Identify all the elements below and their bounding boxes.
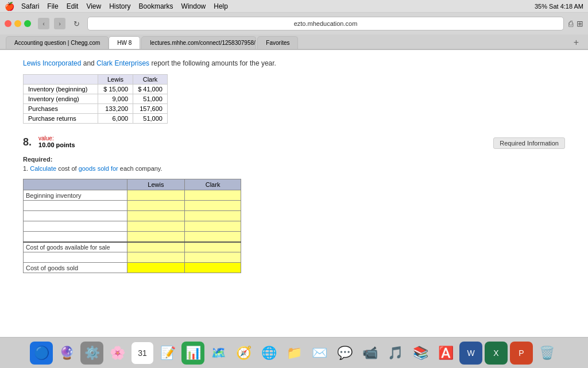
dock-appstore[interactable]: 🅰️ [434, 342, 457, 365]
required-information-button[interactable]: Required Information [493, 137, 565, 149]
required-section: Required: 1. Calculate cost of goods sol… [23, 156, 565, 172]
menu-bar: 🍎 Safari File Edit View History Bookmark… [0, 0, 588, 13]
dock: 🔵 🔮 ⚙️ 🌸 31 📝 📊 🗺️ 🧭 🌐 📁 ✉️ 💬 📹 🎵 📚 🅰️ W… [0, 337, 588, 368]
table-row-result: Cost of goods sold [24, 263, 241, 273]
lewis-input-3[interactable] [127, 211, 185, 221]
dock-calendar[interactable]: 31 [131, 342, 154, 365]
points-label: 10.00 points [38, 141, 75, 148]
table-row [24, 221, 241, 232]
value-label: value: [38, 135, 75, 141]
menu-view[interactable]: View [86, 2, 101, 10]
clark-input-2[interactable] [185, 201, 241, 211]
tab-hw8[interactable]: HW 8 [109, 36, 140, 49]
table-row [24, 232, 241, 242]
menu-bookmarks[interactable]: Bookmarks [139, 2, 173, 10]
dock-reminders[interactable]: 📝 [156, 342, 179, 365]
dock-system-prefs[interactable]: ⚙️ [80, 342, 103, 365]
lewis-input-6[interactable] [127, 252, 185, 263]
clark-input-5[interactable] [185, 232, 241, 242]
clark-cogs-available-input[interactable] [185, 242, 241, 252]
back-button[interactable]: ‹ [38, 18, 49, 29]
table-row [24, 252, 241, 263]
tab-favorites[interactable]: Favorites [257, 36, 298, 49]
row-label-blank1 [24, 201, 127, 211]
share-icon[interactable]: ⎙ [568, 19, 573, 28]
lewis-cogs-available-input[interactable] [127, 242, 185, 252]
clark-cogs-sold-input[interactable] [185, 263, 241, 273]
table-row: Purchase returns 6,000 51,000 [24, 114, 168, 124]
maximize-button[interactable] [24, 20, 31, 27]
lewis-header: Lewis [98, 75, 133, 85]
problem-number: 8. [23, 136, 32, 148]
dock-messages[interactable]: 💬 [333, 342, 356, 365]
work-col-empty [24, 179, 127, 190]
dock-finder2[interactable]: 📁 [283, 342, 305, 365]
table-row [24, 211, 241, 221]
url-text: ezto.mheducation.com [294, 20, 358, 27]
clark-input-3[interactable] [185, 211, 241, 221]
menu-file[interactable]: File [47, 2, 58, 10]
dock-siri[interactable]: 🔮 [55, 342, 78, 365]
row-label-blank2 [24, 211, 127, 221]
dock-excel[interactable]: X [485, 342, 508, 365]
table-row [24, 201, 241, 211]
clark-header: Clark [133, 75, 168, 85]
lewis-input-5[interactable] [127, 232, 185, 242]
work-table: Lewis Clark Beginning inventory [23, 179, 241, 273]
dock-ibooks[interactable]: 📚 [409, 342, 432, 365]
dock-numbers[interactable]: 📊 [181, 342, 204, 365]
dock-chrome[interactable]: 🌐 [257, 342, 280, 365]
lewis-cogs-sold-input[interactable] [127, 263, 185, 273]
dock-powerpoint[interactable]: P [510, 342, 533, 365]
address-bar[interactable]: ezto.mheducation.com [87, 17, 564, 30]
menu-help[interactable]: Help [214, 2, 228, 10]
given-data-table: Lewis Clark Inventory (beginning) $ 15,0… [23, 74, 168, 124]
menu-safari[interactable]: Safari [21, 2, 39, 10]
clark-beginning-inventory-input[interactable] [185, 190, 241, 201]
dock-photos[interactable]: 🌸 [106, 342, 129, 365]
menu-edit[interactable]: Edit [67, 2, 79, 10]
table-row: Beginning inventory [24, 190, 241, 201]
lewis-beginning-inventory-input[interactable] [127, 190, 185, 201]
forward-button[interactable]: › [54, 18, 65, 29]
dock-word[interactable]: W [459, 342, 482, 365]
apple-menu[interactable]: 🍎 [5, 2, 14, 11]
tab-lectures[interactable]: lectures.mhhe.com/connect/1258307958/gui… [141, 36, 256, 49]
clark-input-6[interactable] [185, 252, 241, 263]
work-clark-header: Clark [185, 179, 241, 190]
row-label-beginning-inventory: Beginning inventory [24, 190, 127, 201]
dock-maps[interactable]: 🗺️ [207, 342, 230, 365]
clark-input-4[interactable] [185, 221, 241, 232]
tabs-bar: Accounting question | Chegg.com HW 8 lec… [0, 34, 588, 49]
required-header: Required: [23, 156, 565, 163]
dock-trash[interactable]: 🗑️ [535, 342, 558, 365]
dock-mail[interactable]: ✉️ [308, 342, 331, 365]
tab-chegg[interactable]: Accounting question | Chegg.com [6, 36, 109, 49]
new-tab-button[interactable]: + [569, 36, 583, 49]
menu-history[interactable]: History [109, 2, 130, 10]
table-row: Inventory (ending) 9,000 51,000 [24, 94, 168, 104]
minimize-button[interactable] [14, 20, 21, 27]
close-button[interactable] [5, 20, 11, 27]
lewis-name: Lewis Incorporated [23, 59, 81, 67]
row-label-blank4 [24, 232, 127, 242]
lewis-input-2[interactable] [127, 201, 185, 211]
dock-safari[interactable]: 🧭 [232, 342, 255, 365]
reload-button[interactable]: ↻ [70, 17, 83, 30]
lewis-input-4[interactable] [127, 221, 185, 232]
clark-name: Clark Enterprises [96, 59, 149, 67]
menu-window[interactable]: Window [181, 2, 206, 10]
traffic-lights[interactable] [5, 20, 31, 27]
dock-finder[interactable]: 🔵 [30, 342, 53, 365]
table-row: Purchases 133,200 157,600 [24, 104, 168, 114]
browser-toolbar: ‹ › ↻ ezto.mheducation.com ⎙ ⊞ Accountin… [0, 13, 588, 50]
table-row: Inventory (beginning) $ 15,000 $ 41,000 [24, 85, 168, 94]
dock-itunes[interactable]: 🎵 [384, 342, 407, 365]
dock-facetime[interactable]: 📹 [358, 342, 381, 365]
row-label-blank3 [24, 221, 127, 232]
menubar-status: 35% Sat 4:18 AM [535, 3, 583, 10]
row-label-cogs-available: Cost of goods available for sale [24, 242, 127, 252]
new-tab-icon[interactable]: ⊞ [577, 19, 583, 28]
page-content: Lewis Incorporated and Clark Enterprises… [0, 50, 588, 338]
row-label-blank5 [24, 252, 127, 263]
